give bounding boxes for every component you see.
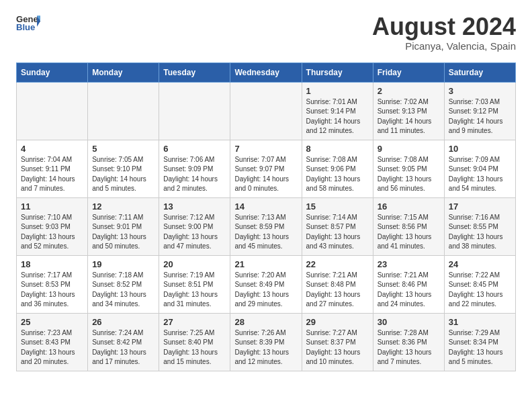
day-number: 12 (92, 201, 154, 212)
day-number: 21 (234, 259, 297, 269)
calendar-cell: 30Sunrise: 7:28 AMSunset: 8:36 PMDayligh… (373, 313, 444, 371)
calendar-cell: 13Sunrise: 7:12 AMSunset: 9:00 PMDayligh… (159, 197, 230, 255)
calendar-week-3: 11Sunrise: 7:10 AMSunset: 9:03 PMDayligh… (17, 197, 516, 255)
col-header-monday: Monday (88, 62, 159, 82)
header: General Blue August 2024 Picanya, Valenc… (16, 13, 516, 52)
calendar-cell: 25Sunrise: 7:23 AMSunset: 8:43 PMDayligh… (17, 313, 88, 371)
day-info: Sunrise: 7:27 AMSunset: 8:37 PMDaylight:… (306, 328, 369, 367)
calendar-cell: 2Sunrise: 7:02 AMSunset: 9:13 PMDaylight… (373, 82, 444, 140)
day-number: 13 (163, 201, 226, 212)
day-info: Sunrise: 7:13 AMSunset: 8:59 PMDaylight:… (234, 213, 297, 252)
day-info: Sunrise: 7:05 AMSunset: 9:10 PMDaylight:… (92, 155, 154, 194)
calendar-cell: 3Sunrise: 7:03 AMSunset: 9:12 PMDaylight… (444, 82, 515, 140)
calendar-cell: 5Sunrise: 7:05 AMSunset: 9:10 PMDaylight… (88, 140, 159, 197)
day-info: Sunrise: 7:26 AMSunset: 8:39 PMDaylight:… (234, 328, 297, 367)
calendar-cell (159, 82, 230, 140)
day-info: Sunrise: 7:07 AMSunset: 9:07 PMDaylight:… (234, 155, 297, 194)
col-header-tuesday: Tuesday (159, 62, 230, 82)
page: General Blue August 2024 Picanya, Valenc… (0, 0, 532, 385)
calendar-cell: 8Sunrise: 7:08 AMSunset: 9:06 PMDaylight… (302, 140, 373, 197)
day-number: 1 (306, 86, 369, 96)
day-number: 17 (449, 201, 511, 212)
col-header-friday: Friday (373, 62, 444, 82)
calendar-cell: 10Sunrise: 7:09 AMSunset: 9:04 PMDayligh… (444, 140, 515, 197)
day-info: Sunrise: 7:03 AMSunset: 9:12 PMDaylight:… (449, 97, 511, 136)
day-info: Sunrise: 7:08 AMSunset: 9:06 PMDaylight:… (306, 155, 369, 194)
col-header-saturday: Saturday (444, 62, 515, 82)
calendar-week-4: 18Sunrise: 7:17 AMSunset: 8:53 PMDayligh… (17, 255, 516, 313)
calendar-week-5: 25Sunrise: 7:23 AMSunset: 8:43 PMDayligh… (17, 313, 516, 371)
header-row: SundayMondayTuesdayWednesdayThursdayFrid… (17, 62, 516, 82)
day-info: Sunrise: 7:08 AMSunset: 9:05 PMDaylight:… (378, 155, 440, 194)
day-number: 5 (92, 144, 154, 154)
day-info: Sunrise: 7:16 AMSunset: 8:55 PMDaylight:… (449, 213, 511, 252)
calendar-cell: 17Sunrise: 7:16 AMSunset: 8:55 PMDayligh… (444, 197, 515, 255)
day-info: Sunrise: 7:22 AMSunset: 8:45 PMDaylight:… (449, 271, 511, 310)
day-info: Sunrise: 7:20 AMSunset: 8:49 PMDaylight:… (234, 271, 297, 310)
calendar-cell: 12Sunrise: 7:11 AMSunset: 9:01 PMDayligh… (88, 197, 159, 255)
page-subtitle: Picanya, Valencia, Spain (372, 40, 516, 52)
col-header-thursday: Thursday (302, 62, 373, 82)
day-info: Sunrise: 7:21 AMSunset: 8:48 PMDaylight:… (306, 271, 369, 310)
day-info: Sunrise: 7:02 AMSunset: 9:13 PMDaylight:… (378, 97, 440, 136)
calendar-cell: 15Sunrise: 7:14 AMSunset: 8:57 PMDayligh… (302, 197, 373, 255)
day-number: 27 (163, 317, 226, 327)
day-number: 24 (449, 259, 511, 269)
day-info: Sunrise: 7:17 AMSunset: 8:53 PMDaylight:… (21, 271, 83, 310)
day-number: 10 (449, 144, 511, 154)
day-info: Sunrise: 7:18 AMSunset: 8:52 PMDaylight:… (92, 271, 154, 310)
day-number: 28 (234, 317, 297, 327)
calendar-cell: 9Sunrise: 7:08 AMSunset: 9:05 PMDaylight… (373, 140, 444, 197)
day-info: Sunrise: 7:06 AMSunset: 9:09 PMDaylight:… (163, 155, 226, 194)
calendar-week-1: 1Sunrise: 7:01 AMSunset: 9:14 PMDaylight… (17, 82, 516, 140)
calendar-cell: 6Sunrise: 7:06 AMSunset: 9:09 PMDaylight… (159, 140, 230, 197)
calendar-cell: 31Sunrise: 7:29 AMSunset: 8:34 PMDayligh… (444, 313, 515, 371)
day-number: 30 (378, 317, 440, 327)
day-info: Sunrise: 7:29 AMSunset: 8:34 PMDaylight:… (449, 328, 511, 367)
col-header-sunday: Sunday (17, 62, 88, 82)
day-info: Sunrise: 7:12 AMSunset: 9:00 PMDaylight:… (163, 213, 226, 252)
day-number: 29 (306, 317, 369, 327)
day-info: Sunrise: 7:24 AMSunset: 8:42 PMDaylight:… (92, 328, 154, 367)
calendar-table: SundayMondayTuesdayWednesdayThursdayFrid… (16, 62, 516, 371)
day-number: 14 (234, 201, 297, 212)
calendar-cell: 24Sunrise: 7:22 AMSunset: 8:45 PMDayligh… (444, 255, 515, 313)
calendar-cell: 28Sunrise: 7:26 AMSunset: 8:39 PMDayligh… (230, 313, 302, 371)
calendar-cell: 21Sunrise: 7:20 AMSunset: 8:49 PMDayligh… (230, 255, 302, 313)
col-header-wednesday: Wednesday (230, 62, 302, 82)
generalblue-logo-icon: General Blue (16, 13, 40, 32)
day-number: 22 (306, 259, 369, 269)
day-number: 11 (21, 201, 83, 212)
day-number: 25 (21, 317, 83, 327)
calendar-cell: 14Sunrise: 7:13 AMSunset: 8:59 PMDayligh… (230, 197, 302, 255)
day-number: 16 (378, 201, 440, 212)
day-number: 8 (306, 144, 369, 154)
day-number: 23 (378, 259, 440, 269)
calendar-cell: 23Sunrise: 7:21 AMSunset: 8:46 PMDayligh… (373, 255, 444, 313)
calendar-cell: 16Sunrise: 7:15 AMSunset: 8:56 PMDayligh… (373, 197, 444, 255)
day-number: 4 (21, 144, 83, 154)
day-info: Sunrise: 7:23 AMSunset: 8:43 PMDaylight:… (21, 328, 83, 367)
page-title: August 2024 (372, 13, 516, 40)
day-number: 15 (306, 201, 369, 212)
day-number: 18 (21, 259, 83, 269)
calendar-cell: 18Sunrise: 7:17 AMSunset: 8:53 PMDayligh… (17, 255, 88, 313)
day-number: 6 (163, 144, 226, 154)
day-info: Sunrise: 7:10 AMSunset: 9:03 PMDaylight:… (21, 213, 83, 252)
day-info: Sunrise: 7:19 AMSunset: 8:51 PMDaylight:… (163, 271, 226, 310)
day-number: 31 (449, 317, 511, 327)
day-info: Sunrise: 7:25 AMSunset: 8:40 PMDaylight:… (163, 328, 226, 367)
day-info: Sunrise: 7:11 AMSunset: 9:01 PMDaylight:… (92, 213, 154, 252)
calendar-cell: 22Sunrise: 7:21 AMSunset: 8:48 PMDayligh… (302, 255, 373, 313)
day-info: Sunrise: 7:15 AMSunset: 8:56 PMDaylight:… (378, 213, 440, 252)
logo: General Blue (16, 13, 40, 32)
day-number: 20 (163, 259, 226, 269)
day-info: Sunrise: 7:21 AMSunset: 8:46 PMDaylight:… (378, 271, 440, 310)
calendar-cell: 1Sunrise: 7:01 AMSunset: 9:14 PMDaylight… (302, 82, 373, 140)
title-block: August 2024 Picanya, Valencia, Spain (372, 13, 516, 52)
calendar-cell: 4Sunrise: 7:04 AMSunset: 9:11 PMDaylight… (17, 140, 88, 197)
calendar-cell (88, 82, 159, 140)
day-info: Sunrise: 7:09 AMSunset: 9:04 PMDaylight:… (449, 155, 511, 194)
day-number: 26 (92, 317, 154, 327)
calendar-cell: 7Sunrise: 7:07 AMSunset: 9:07 PMDaylight… (230, 140, 302, 197)
